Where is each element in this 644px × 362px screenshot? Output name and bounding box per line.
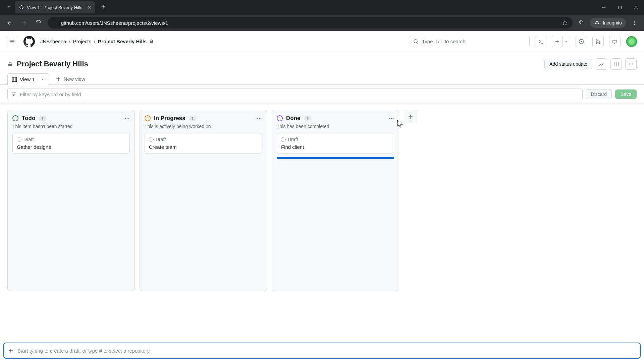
status-circle-icon bbox=[145, 115, 151, 121]
reload-button[interactable] bbox=[33, 17, 45, 29]
card-badge: Draft bbox=[156, 137, 166, 142]
project-title-row: Project Beverly Hills Add status update bbox=[0, 52, 644, 73]
column-menu-button[interactable] bbox=[257, 116, 262, 121]
svg-point-3 bbox=[634, 21, 635, 22]
draft-icon bbox=[281, 137, 286, 142]
card-badge: Draft bbox=[23, 137, 34, 142]
column-description: This item hasn't been started bbox=[12, 124, 130, 129]
svg-point-2 bbox=[56, 23, 56, 24]
address-bar[interactable]: github.com/users/JNSsheena/projects/2/vi… bbox=[48, 17, 573, 28]
project-details-button[interactable] bbox=[610, 58, 622, 70]
incognito-label: Incognito bbox=[603, 20, 622, 25]
card-title: Gather designs bbox=[17, 144, 125, 150]
svg-point-6 bbox=[414, 40, 417, 43]
browser-tab[interactable]: View 1 · Project Beverly Hills bbox=[15, 1, 95, 13]
svg-point-18 bbox=[127, 118, 128, 119]
card-badge: Draft bbox=[288, 137, 298, 142]
card-title: Find client bbox=[281, 144, 390, 150]
svg-point-4 bbox=[634, 22, 635, 23]
window-close-button[interactable] bbox=[628, 0, 644, 15]
svg-point-25 bbox=[393, 118, 394, 119]
card[interactable]: Draft Gather designs bbox=[12, 133, 130, 154]
url-text: github.com/users/JNSsheena/projects/2/vi… bbox=[61, 20, 168, 26]
svg-point-11 bbox=[599, 42, 600, 44]
add-item-input[interactable] bbox=[17, 348, 636, 354]
github-logo[interactable] bbox=[23, 36, 35, 47]
svg-point-1 bbox=[54, 21, 54, 21]
filter-icon bbox=[11, 92, 16, 97]
search-button[interactable]: Type / to search bbox=[409, 36, 530, 47]
issues-button[interactable] bbox=[576, 36, 587, 47]
kanban-board: Todo 1 This item hasn't been started Dra… bbox=[0, 104, 644, 297]
lock-icon bbox=[149, 39, 154, 44]
discard-button[interactable]: Discard bbox=[586, 89, 612, 99]
column-count: 1 bbox=[189, 116, 197, 121]
svg-point-9 bbox=[596, 40, 597, 41]
column-count: 1 bbox=[39, 116, 46, 121]
filter-input[interactable] bbox=[20, 92, 579, 97]
tab-search-dropdown[interactable] bbox=[3, 1, 15, 13]
view-tab-menu[interactable] bbox=[38, 77, 45, 81]
pull-requests-button[interactable] bbox=[592, 36, 604, 47]
draft-icon bbox=[149, 137, 154, 142]
search-text-before: Type bbox=[422, 39, 433, 44]
hamburger-menu-button[interactable] bbox=[7, 36, 18, 47]
add-status-update-button[interactable]: Add status update bbox=[544, 59, 592, 69]
views-tabs: View 1 New view bbox=[0, 73, 644, 85]
create-new-menu[interactable] bbox=[552, 36, 570, 47]
filter-row: Discard Save bbox=[0, 85, 644, 104]
card[interactable]: Draft Create team bbox=[145, 133, 262, 154]
browser-tab-strip: View 1 · Project Beverly Hills bbox=[0, 0, 644, 15]
filter-input-wrapper[interactable] bbox=[7, 88, 583, 100]
column-description: This is actively being worked on bbox=[145, 124, 262, 129]
more-options-button[interactable] bbox=[625, 58, 637, 70]
status-circle-icon bbox=[277, 115, 283, 121]
close-tab-icon[interactable] bbox=[87, 5, 91, 9]
card[interactable]: Draft Find client bbox=[277, 133, 394, 154]
tab-title: View 1 · Project Beverly Hills bbox=[27, 5, 82, 10]
draft-icon bbox=[17, 137, 21, 142]
add-item-bar[interactable] bbox=[3, 343, 641, 359]
user-avatar[interactable] bbox=[626, 36, 637, 47]
new-view-button[interactable]: New view bbox=[51, 73, 90, 84]
search-text-after: to search bbox=[445, 39, 466, 44]
back-button[interactable] bbox=[3, 17, 15, 29]
svg-rect-16 bbox=[12, 77, 17, 81]
breadcrumb-current[interactable]: Project Beverly Hills bbox=[98, 39, 147, 44]
window-minimize-button[interactable] bbox=[596, 0, 612, 15]
breadcrumb: JNSsheena / Projects / Project Beverly H… bbox=[40, 39, 154, 44]
chrome-menu-button[interactable] bbox=[629, 17, 641, 29]
breadcrumb-user[interactable]: JNSsheena bbox=[40, 39, 66, 44]
svg-point-23 bbox=[389, 118, 390, 119]
insights-button[interactable] bbox=[596, 58, 607, 70]
column-menu-button[interactable] bbox=[124, 116, 130, 121]
notifications-button[interactable] bbox=[609, 36, 621, 47]
svg-point-24 bbox=[391, 118, 392, 119]
github-favicon bbox=[19, 5, 24, 10]
svg-point-14 bbox=[631, 64, 632, 65]
column-title: Done bbox=[286, 115, 301, 122]
breadcrumb-projects[interactable]: Projects bbox=[73, 39, 91, 44]
svg-point-22 bbox=[261, 118, 262, 119]
command-palette-button[interactable] bbox=[535, 36, 546, 47]
board-icon bbox=[12, 77, 17, 82]
svg-point-21 bbox=[259, 118, 260, 119]
svg-rect-12 bbox=[614, 62, 618, 66]
extensions-icon[interactable] bbox=[575, 17, 587, 29]
browser-toolbar: github.com/users/JNSsheena/projects/2/vi… bbox=[0, 15, 644, 31]
column-in-progress: In Progress 1 This is actively being wor… bbox=[140, 110, 267, 291]
column-title: In Progress bbox=[154, 115, 185, 122]
column-menu-button[interactable] bbox=[389, 116, 394, 121]
new-tab-button[interactable] bbox=[98, 1, 109, 12]
svg-point-15 bbox=[632, 64, 633, 65]
view-tab-current[interactable]: View 1 bbox=[7, 73, 49, 85]
incognito-indicator[interactable]: Incognito bbox=[590, 18, 626, 28]
bookmark-icon[interactable] bbox=[562, 20, 568, 26]
add-column-button[interactable] bbox=[404, 110, 417, 123]
drop-indicator bbox=[277, 157, 394, 159]
window-maximize-button[interactable] bbox=[612, 0, 628, 15]
column-count: 1 bbox=[304, 116, 312, 121]
site-info-icon[interactable] bbox=[52, 20, 58, 25]
save-button[interactable]: Save bbox=[615, 89, 637, 99]
svg-point-13 bbox=[629, 64, 630, 65]
